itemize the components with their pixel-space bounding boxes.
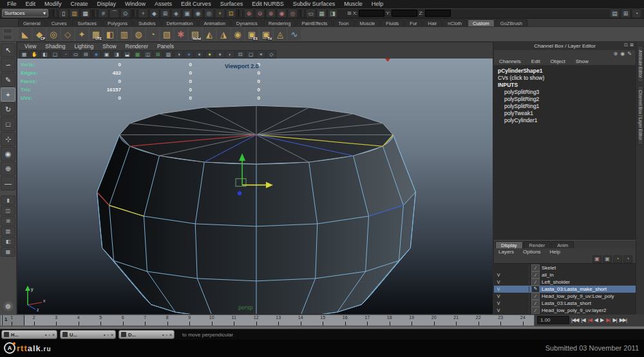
menu-item[interactable]: Display: [93, 1, 121, 7]
minimized-window[interactable]: D... • ▫ ×: [118, 330, 175, 339]
window-close-button[interactable]: ×: [52, 333, 55, 337]
selection-mask-icon[interactable]: +: [215, 8, 225, 18]
timeline-frame[interactable]: 3: [45, 315, 68, 325]
x-input[interactable]: [359, 10, 384, 17]
file-icon[interactable]: ▥: [70, 8, 79, 18]
shelf-item-icon[interactable]: ▤ Hshd: [189, 28, 202, 41]
tab-channel-box[interactable]: Channel Box / Layer Editor: [638, 86, 643, 145]
viewport-3d-canvas[interactable]: Verts: 0 0 0 Edges: 432 0 0 Faces: 0 0 0: [17, 59, 493, 313]
panel-toggle-icon[interactable]: ▤: [610, 8, 620, 18]
window-restore-button[interactable]: ▫: [48, 333, 50, 337]
playback-button[interactable]: |◀◀: [571, 317, 579, 323]
panel-menu-item[interactable]: Shading: [41, 43, 70, 50]
channel-box-tool-icon[interactable]: ◉: [620, 51, 625, 57]
minimized-window[interactable]: H... • ▫ ×: [1, 330, 57, 339]
toolbox-bottom-icon[interactable]: ◍: [3, 300, 14, 312]
selection-mask-icon[interactable]: ⊞: [160, 8, 170, 18]
menu-item[interactable]: Edit: [21, 1, 41, 7]
panel-toolbar-icon[interactable]: ▢: [50, 50, 60, 59]
shelf-tab[interactable]: Animation: [198, 19, 230, 26]
timeline-frame[interactable]: 4: [68, 315, 90, 325]
channel-box-menu-item[interactable]: Channels: [494, 59, 526, 64]
layer-row[interactable]: V ∕ Head_low_poly_9_uv:Low_poly: [494, 293, 636, 300]
timeline-frame[interactable]: 11: [223, 315, 245, 325]
menu-item[interactable]: Surfaces: [216, 1, 248, 7]
layer-row[interactable]: V ∕ Lasta_03:Lasta_short: [494, 300, 636, 307]
shelf-tab[interactable]: PaintEffects: [296, 19, 332, 26]
layer-menu-item[interactable]: Layers: [494, 249, 518, 255]
timeline-frame[interactable]: 15: [312, 315, 334, 325]
panel-menu-item[interactable]: Panels: [153, 43, 178, 50]
layer-type-icon[interactable]: ∕: [531, 271, 540, 279]
timeline-frame[interactable]: 1: [1, 315, 23, 325]
shelf-tab[interactable]: General: [18, 19, 46, 26]
playback-button[interactable]: |◀: [587, 317, 592, 323]
shelf-item-icon[interactable]: ∿: [288, 28, 301, 41]
shelf-tab[interactable]: GoZBrush: [495, 19, 527, 26]
menu-item[interactable]: Subdiv Surfaces: [289, 1, 340, 7]
shelf-item-icon[interactable]: ◬: [274, 28, 287, 41]
selection-mask-icon[interactable]: ⊡: [226, 8, 236, 18]
layer-visibility-toggle[interactable]: V: [494, 273, 503, 277]
timeline-frame[interactable]: 12: [245, 315, 268, 325]
file-icon[interactable]: ▦: [80, 8, 90, 18]
tool-button[interactable]: □: [1, 117, 15, 131]
layer-tool-icon[interactable]: ▣: [592, 255, 601, 263]
layer-type-icon[interactable]: ∕: [531, 279, 540, 286]
playback-button[interactable]: ◀: [594, 317, 598, 323]
layer-editor-tab[interactable]: Render: [524, 241, 551, 248]
z-input[interactable]: [425, 10, 451, 17]
timeline-frame[interactable]: 21: [445, 315, 468, 325]
timeline-frame[interactable]: 24: [512, 315, 535, 325]
panel-toolbar-icon[interactable]: ●: [194, 50, 204, 59]
menu-item[interactable]: Modify: [40, 1, 66, 7]
panel-toolbar-icon[interactable]: ◔: [61, 50, 70, 59]
snap-icon[interactable]: #: [99, 8, 108, 18]
shelf-tab[interactable]: Muscle: [355, 19, 381, 26]
layer-menu-item[interactable]: Help: [545, 249, 565, 255]
panel-corner-icon[interactable]: ⊠: [630, 42, 634, 48]
layer-visibility-toggle[interactable]: V: [494, 294, 503, 298]
panel-toolbar-icon[interactable]: ●: [205, 50, 214, 59]
shelf-item-icon[interactable]: ◧: [104, 28, 117, 41]
snap-icon[interactable]: ⌒: [109, 8, 119, 18]
selection-mask-icon[interactable]: +: [138, 8, 148, 18]
layer-tool-icon[interactable]: ▣: [603, 255, 612, 263]
layer-visibility-toggle[interactable]: V: [494, 280, 503, 284]
history-icon[interactable]: ⊕: [244, 8, 254, 18]
tool-button[interactable]: ⊹: [1, 132, 15, 146]
panel-toolbar-icon[interactable]: ◇: [267, 50, 276, 59]
layout-button[interactable]: ◫: [1, 206, 15, 215]
layer-tool-icon[interactable]: ◔: [623, 255, 632, 263]
render-icon[interactable]: ▭: [306, 8, 316, 18]
layer-row[interactable]: V ✎ Lasta_03:Lasta_make_short: [494, 286, 636, 293]
menu-item[interactable]: File: [3, 1, 21, 7]
tool-button[interactable]: ∽: [1, 58, 15, 72]
channel-node[interactable]: polySplitRing1: [494, 103, 636, 110]
channel-node[interactable]: polySplitRing2: [494, 96, 636, 103]
tool-button[interactable]: +: [1, 87, 15, 102]
menu-item[interactable]: Edit NURBS: [247, 1, 289, 7]
panel-toolbar-icon[interactable]: ✋: [30, 50, 39, 59]
shelf-item-icon[interactable]: ▦ UTE: [90, 28, 102, 41]
shelf-item-icon[interactable]: ◍: [132, 28, 145, 41]
playback-speed-field[interactable]: 1.00: [537, 316, 569, 324]
panel-toolbar-icon[interactable]: ▣: [102, 50, 111, 59]
layer-row[interactable]: V ∕ Head_low_poly_9_uv:layer2: [494, 307, 636, 314]
panel-toolbar-icon[interactable]: ▢: [246, 50, 256, 59]
menu-item[interactable]: Window: [120, 1, 150, 7]
timeline-frame[interactable]: 13: [267, 315, 290, 325]
timeline-frame[interactable]: 17: [356, 315, 379, 325]
timeline-frame[interactable]: 22: [468, 315, 490, 325]
shelf-tab[interactable]: Fluids: [381, 19, 404, 26]
layer-editor-tab[interactable]: Display: [495, 241, 523, 248]
shelf-tab[interactable]: Hair: [423, 19, 442, 26]
timeline-frame[interactable]: 9: [178, 315, 201, 325]
snap-icon[interactable]: ⊙: [120, 8, 130, 18]
panel-toolbar-icon[interactable]: ▭: [71, 50, 80, 59]
layer-type-icon[interactable]: ∕: [531, 293, 540, 300]
panel-toolbar-icon[interactable]: ◨: [112, 50, 122, 59]
channel-node[interactable]: polyCylinder1: [494, 117, 636, 124]
channel-node[interactable]: polySplitRing3: [494, 89, 636, 96]
layer-editor-tab[interactable]: Anim: [551, 241, 574, 248]
